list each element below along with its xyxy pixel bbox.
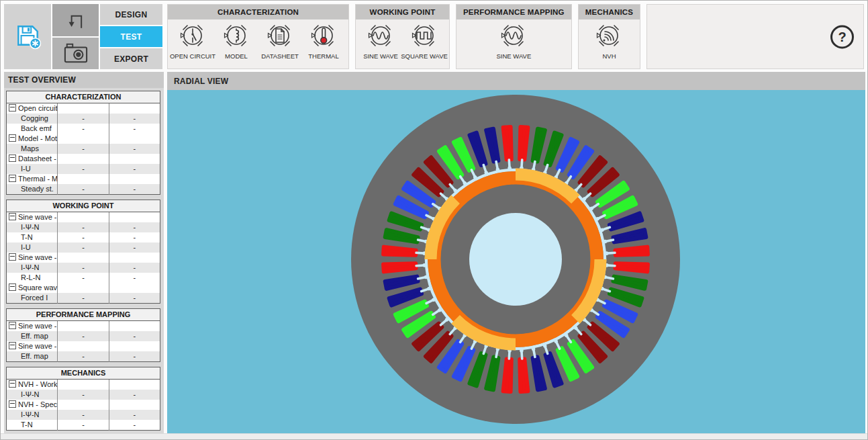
test-group-row[interactable]: Sine wave - Generator <box>7 341 160 351</box>
toolbar-right-panel: ? <box>646 4 864 69</box>
test-row[interactable]: I-Ψ-N-- <box>7 263 160 273</box>
test-label: Maps <box>7 144 58 154</box>
test-button-label: SINE WAVE <box>497 52 532 60</box>
nvh-icon <box>594 21 624 53</box>
test-button-datasheet[interactable]: DATASHEET <box>259 21 301 60</box>
test-value: - <box>109 273 160 283</box>
test-button-thermal[interactable]: THERMAL <box>303 21 344 60</box>
test-button-label: THERMAL <box>308 52 338 60</box>
section-header: CHARACTERIZATION <box>7 91 160 103</box>
test-label: Open circuit - Motor & ... <box>7 103 58 114</box>
test-button-label: OPEN CIRCUIT <box>170 52 215 60</box>
test-value: - <box>58 243 109 253</box>
test-group-row[interactable]: NVH - Working Point <box>7 380 160 390</box>
collapse-expander-icon[interactable] <box>9 155 16 162</box>
test-row[interactable]: I-Ψ-N-- <box>7 410 160 420</box>
section-header: PERFORMANCE MAPPING <box>7 309 160 321</box>
slot-winding <box>518 359 528 392</box>
test-button-model[interactable]: MODEL <box>215 21 257 60</box>
test-row[interactable]: I-U-- <box>7 164 160 174</box>
section-title: PERFORMANCE MAPPING <box>7 309 160 321</box>
test-row[interactable]: Cogging-- <box>7 114 160 124</box>
test-row[interactable]: Forced I-- <box>7 293 160 304</box>
collapse-expander-icon[interactable] <box>9 342 16 349</box>
group-body: SINE WAVE <box>456 19 571 69</box>
section-title: WORKING POINT <box>7 200 160 212</box>
group-performance-mapping: PERFORMANCE MAPPING SINE WAVE <box>456 4 572 69</box>
collapse-expander-icon[interactable] <box>9 104 16 112</box>
return-arrow-button[interactable] <box>52 4 99 36</box>
open-circuit-icon <box>178 21 207 53</box>
test-row[interactable]: T-N-- <box>7 420 160 431</box>
test-value <box>109 253 160 263</box>
group-body: SINE WAVE SQUARE WAVE <box>356 19 449 69</box>
test-group-row[interactable]: Sine wave - Motor <box>7 212 160 223</box>
test-row[interactable]: R-L-N-- <box>7 273 160 283</box>
test-row[interactable]: I-Ψ-N-- <box>7 390 160 400</box>
test-value: - <box>109 243 160 253</box>
test-value: - <box>58 124 109 134</box>
help-button[interactable]: ? <box>830 25 854 48</box>
collapse-expander-icon[interactable] <box>9 400 16 408</box>
test-label: I-Ψ-N <box>7 222 58 232</box>
test-button-nvh[interactable]: NVH <box>588 21 630 60</box>
test-row[interactable]: I-U-- <box>7 243 160 253</box>
test-button-sine-wave[interactable]: SINE WAVE <box>360 21 401 60</box>
test-value: - <box>109 114 160 124</box>
test-group-row[interactable]: NVH - Spectrogram <box>7 400 160 410</box>
collapse-expander-icon[interactable] <box>9 213 16 220</box>
test-label: Forced I <box>7 293 58 304</box>
test-value <box>58 212 109 223</box>
test-label: Sine wave - Motor <box>7 212 58 223</box>
test-label: Thermal - Motor & Gen... <box>7 174 58 184</box>
test-value: - <box>109 293 160 304</box>
test-row[interactable]: Steady st.-- <box>7 184 160 195</box>
collapse-expander-icon[interactable] <box>9 175 16 182</box>
test-value: - <box>109 420 160 431</box>
test-row[interactable]: Maps-- <box>7 144 160 154</box>
test-group-row[interactable]: Sine wave - Motor <box>7 321 160 332</box>
test-row[interactable]: Back emf-- <box>7 124 160 134</box>
test-value <box>58 253 109 263</box>
test-value: - <box>109 232 160 243</box>
test-row[interactable]: I-Ψ-N-- <box>7 222 160 232</box>
motor-radial-view <box>167 90 865 433</box>
test-label: Sine wave - Motor <box>7 321 58 332</box>
test-group-row[interactable]: Square wave - Motor <box>7 283 160 293</box>
tab-test[interactable]: TEST <box>100 26 162 47</box>
radial-view-canvas[interactable] <box>167 90 865 433</box>
test-group-row[interactable]: Datasheet - Motor <box>7 154 160 164</box>
slot-winding <box>615 262 648 271</box>
test-value <box>109 321 160 332</box>
test-label: Steady st. <box>7 184 58 195</box>
test-group-row[interactable]: Model - Motor <box>7 134 160 144</box>
slot-winding <box>503 127 513 160</box>
collapse-expander-icon[interactable] <box>9 253 16 261</box>
slot-winding <box>615 247 648 257</box>
tab-export[interactable]: EXPORT <box>100 48 162 69</box>
tab-design[interactable]: DESIGN <box>100 4 162 25</box>
save-button[interactable] <box>13 21 42 52</box>
screenshot-button[interactable] <box>52 38 99 70</box>
test-button-open-circuit[interactable]: OPEN CIRCUIT <box>172 21 213 60</box>
slot-winding <box>503 359 513 392</box>
collapse-expander-icon[interactable] <box>9 322 16 329</box>
collapse-expander-icon[interactable] <box>9 380 16 388</box>
test-value <box>58 400 109 410</box>
square-wave-icon <box>409 21 439 53</box>
test-value: - <box>109 263 160 273</box>
test-group-row[interactable]: Open circuit - Motor & ... <box>7 103 160 114</box>
test-row[interactable]: T-N-- <box>7 232 160 243</box>
test-row[interactable]: Eff. map-- <box>7 351 160 362</box>
collapse-expander-icon[interactable] <box>9 283 16 291</box>
mode-tabs: DESIGNTESTEXPORT <box>100 4 162 69</box>
test-group-row[interactable]: Thermal - Motor & Gen... <box>7 174 160 184</box>
save-floppy-icon <box>13 21 42 50</box>
test-row[interactable]: Eff. map-- <box>7 331 160 341</box>
test-group-row[interactable]: Sine wave - Generator <box>7 253 160 263</box>
panel-title: TEST OVERVIEW <box>4 72 164 88</box>
test-value <box>109 174 160 184</box>
test-button-sine-wave[interactable]: SINE WAVE <box>493 21 534 60</box>
test-button-square-wave[interactable]: SQUARE WAVE <box>403 21 445 60</box>
collapse-expander-icon[interactable] <box>9 134 16 142</box>
